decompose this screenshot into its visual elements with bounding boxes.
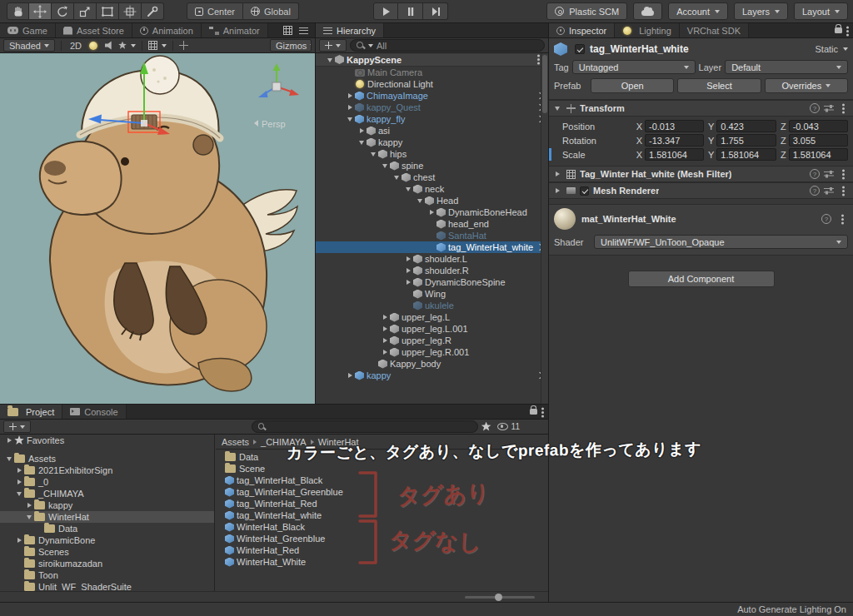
folder-tree-item[interactable]: Toon — [0, 569, 214, 581]
prefab-overrides-dropdown[interactable]: Overrides — [765, 78, 848, 93]
presets-icon[interactable] — [824, 170, 834, 178]
scene-audio-toggle[interactable] — [105, 41, 114, 50]
snap-settings-icon[interactable] — [179, 41, 188, 50]
prefab-open-button[interactable]: Open — [591, 78, 674, 93]
rect-tool-button[interactable] — [97, 2, 119, 20]
foldout-icon[interactable] — [346, 113, 355, 125]
hierarchy-item[interactable]: spine — [316, 160, 548, 171]
presets-icon[interactable] — [824, 186, 834, 195]
hierarchy-item[interactable]: upper_leg.R.001 — [316, 346, 548, 358]
tab-game[interactable]: Game — [0, 23, 56, 37]
prefab-select-button[interactable]: Select — [677, 78, 761, 93]
foldout-icon[interactable] — [404, 183, 413, 195]
scene-effects-toggle[interactable] — [118, 42, 127, 50]
hierarchy-item[interactable]: neck — [316, 183, 548, 195]
hierarchy-item[interactable]: kappy — [316, 137, 548, 148]
static-dropdown-icon[interactable] — [843, 47, 848, 51]
project-menu-icon[interactable] — [541, 411, 544, 414]
foldout-icon[interactable] — [15, 534, 24, 546]
move-tool-button[interactable] — [29, 2, 52, 20]
material-header[interactable]: mat_WinterHat_White — [549, 204, 853, 233]
create-asset-dropdown[interactable] — [3, 420, 31, 433]
foldout-icon[interactable] — [404, 276, 413, 288]
hierarchy-item[interactable]: upper_leg.L.001 — [316, 323, 548, 335]
hierarchy-item[interactable]: DynamicBoneSpine — [316, 276, 548, 288]
hierarchy-item[interactable]: shoulder.L — [316, 253, 548, 265]
file-list-item[interactable]: tag_WinterHat_Greenblue — [216, 486, 548, 498]
tag-dropdown[interactable]: Untagged — [572, 60, 696, 74]
add-component-button[interactable]: Add Component — [628, 271, 775, 287]
foldout-icon[interactable] — [25, 511, 34, 523]
tab-inspector[interactable]: Inspector — [549, 23, 615, 37]
chevron-down-icon[interactable] — [162, 44, 167, 47]
foldout-icon[interactable] — [357, 137, 367, 148]
folder-tree-item[interactable]: DynamicBone — [0, 534, 214, 546]
hierarchy-item[interactable]: hips — [316, 148, 548, 160]
custom-tool-button[interactable] — [142, 2, 164, 20]
help-icon[interactable] — [821, 214, 831, 224]
hierarchy-item[interactable]: Directional Light — [316, 78, 548, 90]
scene-options-icon[interactable] — [537, 58, 540, 61]
rotation-y-field[interactable]: 1.755 — [716, 134, 776, 147]
tab-hierarchy[interactable]: Hierarchy — [316, 23, 384, 37]
tab-lighting[interactable]: Lighting — [615, 23, 680, 37]
create-object-dropdown[interactable] — [319, 39, 347, 52]
2d-toggle[interactable]: 2D — [67, 41, 84, 51]
hierarchy-item[interactable]: ChimayaImage — [316, 90, 548, 102]
file-list-item[interactable]: WinterHat_Red — [216, 544, 548, 556]
hierarchy-item[interactable]: kappy — [316, 370, 548, 381]
folder-tree-item[interactable]: siroikumazadan — [0, 558, 214, 569]
foldout-icon[interactable] — [381, 335, 390, 346]
hierarchy-item[interactable]: chest — [316, 171, 548, 183]
hierarchy-item[interactable]: head_end — [316, 218, 548, 230]
scale-tool-button[interactable] — [74, 2, 97, 20]
scene-viewport[interactable]: Persp — [0, 53, 315, 404]
tab-animation[interactable]: Animation — [132, 23, 202, 37]
rotate-tool-button[interactable] — [52, 2, 74, 20]
foldout-icon[interactable] — [346, 370, 355, 381]
hierarchy-item[interactable]: kappy_fly — [316, 113, 548, 125]
foldout-icon[interactable] — [357, 125, 367, 137]
file-list-item[interactable]: tag_WinterHat_white — [216, 509, 548, 521]
scale-y-field[interactable]: 1.581064 — [716, 148, 776, 161]
foldout-icon[interactable] — [392, 171, 402, 183]
hierarchy-item[interactable]: SantaHat — [316, 230, 548, 241]
persp-label[interactable]: Persp — [262, 119, 286, 129]
foldout-icon[interactable] — [15, 488, 24, 499]
folder-tree-item[interactable]: _CHIMAYA — [0, 488, 214, 499]
hierarchy-scrollbar[interactable] — [541, 53, 548, 404]
hierarchy-item[interactable]: asi — [316, 125, 548, 137]
hierarchy-item[interactable]: upper_leg.L — [316, 311, 548, 323]
layer-dropdown[interactable]: Default — [725, 60, 848, 74]
file-list-item[interactable]: tag_WinterHat_Black — [216, 474, 548, 486]
foldout-icon[interactable] — [553, 168, 562, 180]
help-icon[interactable] — [810, 169, 820, 179]
pause-button[interactable] — [398, 2, 423, 20]
foldout-icon[interactable] — [553, 185, 562, 196]
help-icon[interactable] — [810, 103, 820, 113]
chevron-down-icon[interactable] — [131, 44, 136, 47]
pivot-global-button[interactable]: Global — [243, 2, 299, 20]
lock-icon[interactable] — [835, 27, 842, 33]
component-menu-icon[interactable] — [842, 173, 845, 176]
play-button[interactable] — [373, 2, 398, 20]
slider-thumb[interactable] — [495, 594, 502, 601]
foldout-icon[interactable] — [326, 54, 335, 66]
gizmos-dropdown[interactable]: Gizmos — [270, 39, 312, 52]
foldout-icon[interactable] — [381, 311, 390, 323]
tab-vrchat-sdk[interactable]: VRChat SDK — [680, 23, 749, 37]
help-icon[interactable] — [810, 186, 820, 196]
shader-dropdown[interactable]: UnlitWF/WF_UnToon_Opaque — [594, 235, 848, 249]
auto-generate-lighting-status[interactable]: Auto Generate Lighting On — [737, 604, 846, 614]
layers-dropdown[interactable]: Layers — [734, 2, 788, 20]
hierarchy-item[interactable]: Main Camera — [316, 67, 548, 78]
favorites-filter-icon[interactable] — [481, 422, 491, 432]
presets-icon[interactable] — [824, 104, 834, 112]
foldout-icon[interactable] — [427, 206, 436, 218]
folder-tree-item[interactable]: _0 — [0, 476, 214, 488]
component-enabled-checkbox[interactable] — [580, 186, 589, 196]
hand-tool-button[interactable] — [7, 2, 29, 20]
file-list-item[interactable]: WinterHat_Black — [216, 521, 548, 533]
tab-asset-store[interactable]: Asset Store — [56, 23, 132, 37]
cloud-button[interactable] — [633, 2, 662, 20]
